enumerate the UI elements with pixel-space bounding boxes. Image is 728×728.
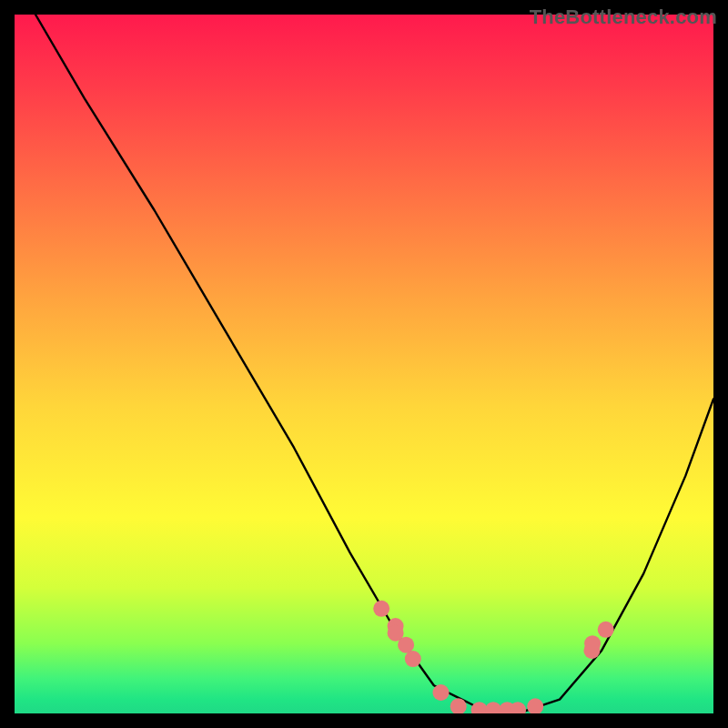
- curve-marker-dot: [398, 637, 414, 653]
- curve-marker-dot: [598, 622, 614, 638]
- plot-overlay: [15, 15, 713, 713]
- curve-marker-dot: [584, 635, 601, 652]
- curve-marker-dot: [527, 698, 543, 713]
- curve-markers: [373, 601, 614, 713]
- curve-marker-dot: [373, 601, 389, 617]
- watermark-text: TheBottleneck.com: [530, 5, 717, 29]
- curve-marker-dot: [405, 651, 421, 667]
- curve-marker-dot: [485, 702, 501, 713]
- curve-marker-dot: [433, 684, 450, 701]
- curve-marker-dot: [471, 702, 488, 713]
